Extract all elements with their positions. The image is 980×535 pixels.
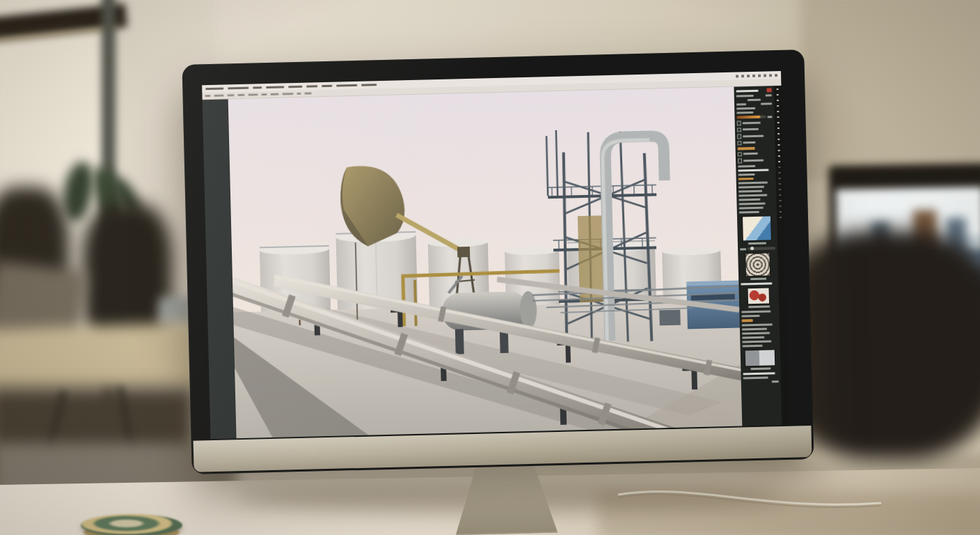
scroll-tick[interactable] (778, 155, 780, 157)
panel-row[interactable] (738, 173, 774, 176)
panel-row[interactable] (736, 88, 772, 93)
scroll-tick[interactable] (780, 206, 782, 207)
panel-checkbox[interactable] (737, 127, 742, 132)
panel-section-header[interactable] (738, 177, 774, 180)
panel-checkbox[interactable] (737, 134, 742, 139)
panel-checkbox[interactable] (737, 152, 742, 157)
menu-item[interactable] (266, 86, 284, 88)
panel-row[interactable] (742, 332, 778, 334)
scroll-tick[interactable] (777, 127, 780, 129)
panel-row[interactable] (736, 102, 773, 105)
panel-row[interactable] (743, 380, 779, 383)
panel-row[interactable] (742, 344, 778, 347)
toolbar-item[interactable] (261, 93, 267, 95)
menu-bar-icon[interactable] (764, 74, 766, 77)
panel-row[interactable] (738, 198, 775, 201)
panel-row[interactable] (743, 376, 779, 379)
menu-item[interactable] (205, 88, 223, 91)
toolbar-item[interactable] (304, 92, 311, 94)
panel-checkbox[interactable] (738, 158, 743, 163)
scroll-tick[interactable] (777, 111, 779, 112)
slider-handle[interactable] (751, 247, 754, 250)
panel-row[interactable] (738, 206, 775, 209)
panel-row[interactable] (738, 181, 774, 184)
menu-item[interactable] (322, 85, 332, 87)
scroll-tick[interactable] (779, 189, 781, 190)
panel-section-header[interactable] (737, 146, 773, 150)
scroll-tick[interactable] (777, 122, 780, 123)
panel-row[interactable] (736, 98, 773, 101)
menu-bar-icon[interactable] (736, 75, 738, 77)
panel-thumbnail-block[interactable] (741, 287, 777, 308)
panel-row[interactable] (737, 127, 773, 132)
gradient-material-thumbnail[interactable] (742, 215, 772, 241)
panel-row[interactable] (738, 169, 774, 171)
panel-row[interactable] (737, 140, 773, 146)
panel-row[interactable] (738, 185, 775, 188)
scroll-tick[interactable] (777, 105, 779, 107)
panel-row[interactable] (738, 210, 775, 213)
scroll-tick[interactable] (777, 88, 779, 90)
menu-item[interactable] (306, 85, 317, 87)
panel-row[interactable] (740, 247, 776, 250)
toolbar-item[interactable] (282, 93, 293, 95)
panel-row[interactable] (743, 372, 779, 375)
panel-close-icon[interactable] (767, 88, 772, 92)
panel-row[interactable] (741, 310, 777, 313)
panel-row[interactable] (741, 282, 777, 285)
panel-row[interactable] (738, 202, 775, 205)
panel-thumbnail-block[interactable] (739, 215, 775, 245)
grayscale-thumbnail[interactable] (745, 349, 776, 366)
menu-bar-icon[interactable] (747, 75, 750, 77)
panel-row[interactable] (736, 94, 772, 97)
menu-item[interactable] (228, 87, 248, 90)
scroll-tick[interactable] (780, 217, 782, 218)
panel-row[interactable] (737, 133, 773, 139)
panel-row[interactable] (738, 164, 774, 167)
panel-row[interactable] (741, 323, 777, 326)
image-canvas[interactable] (228, 87, 742, 439)
panel-row[interactable] (736, 107, 773, 109)
scroll-tick[interactable] (778, 161, 780, 162)
spiral-texture-thumbnail[interactable] (745, 252, 771, 277)
scroll-tick[interactable] (777, 116, 780, 118)
scroll-tick[interactable] (779, 194, 781, 196)
scroll-tick[interactable] (777, 139, 780, 140)
toolbar-item[interactable] (297, 93, 301, 95)
menu-bar-icon[interactable] (752, 74, 755, 77)
scroll-tick[interactable] (778, 144, 780, 146)
panel-row[interactable] (736, 120, 773, 125)
panel-row[interactable] (736, 111, 773, 114)
menu-bar-icon[interactable] (758, 74, 761, 77)
panel-row[interactable] (742, 327, 778, 330)
menu-item[interactable] (253, 86, 262, 88)
toolbar-item[interactable] (237, 94, 244, 96)
panel-row[interactable] (737, 151, 773, 157)
toolbar-item[interactable] (214, 95, 223, 97)
toolbar-item[interactable] (205, 95, 210, 97)
menu-bar-icon[interactable] (775, 74, 777, 77)
menu-bar-status-icons[interactable] (736, 74, 777, 77)
scroll-tick[interactable] (778, 150, 780, 151)
panel-thumbnail-block[interactable] (742, 349, 778, 370)
menu-item[interactable] (288, 86, 302, 88)
panel-row[interactable] (736, 115, 773, 118)
scroll-tick[interactable] (777, 100, 779, 101)
scroll-tick[interactable] (779, 200, 781, 201)
panel-slider[interactable] (748, 247, 776, 250)
panel-row[interactable] (738, 157, 774, 163)
scroll-tick[interactable] (779, 183, 781, 185)
scroll-tick[interactable] (777, 94, 779, 95)
menu-item[interactable] (336, 84, 357, 87)
panel-checkbox[interactable] (736, 121, 741, 125)
panel-thumbnail-block[interactable] (740, 252, 776, 280)
panel-section-header[interactable] (741, 318, 777, 322)
scroll-tick[interactable] (777, 133, 780, 134)
scroll-tick[interactable] (779, 178, 781, 179)
panel-checkbox[interactable] (737, 141, 742, 146)
menu-bar-icon[interactable] (769, 74, 772, 77)
scroll-tick[interactable] (780, 211, 782, 212)
panel-row[interactable] (742, 340, 778, 343)
panel-row[interactable] (741, 314, 777, 317)
panel-row[interactable] (738, 194, 775, 196)
